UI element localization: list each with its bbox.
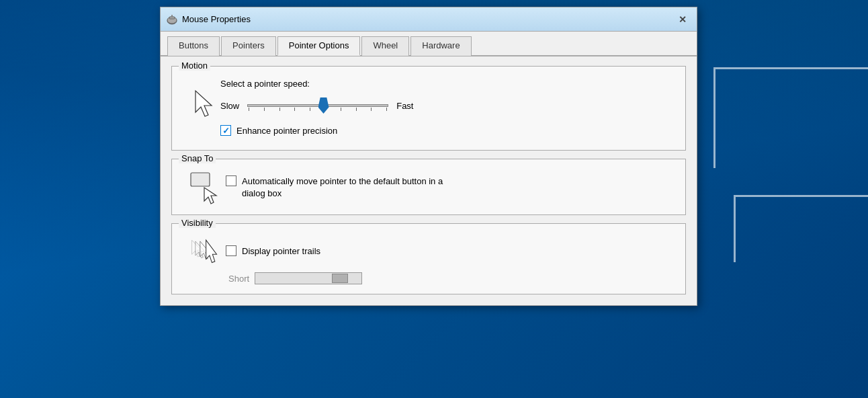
- title-bar: Mouse Properties ✕: [161, 7, 697, 32]
- tick: [386, 108, 387, 111]
- trails-length-slider[interactable]: Short: [228, 272, 675, 284]
- motion-group-label: Motion: [179, 61, 210, 71]
- tab-bar: Buttons Pointers Pointer Options Wheel H…: [161, 32, 697, 56]
- enhance-precision-row: Enhance pointer precision: [220, 125, 675, 136]
- tick: [294, 108, 295, 111]
- tick: [310, 108, 310, 111]
- tick: [264, 108, 265, 111]
- right-panel-decoration-2: [734, 195, 868, 262]
- tab-pointers[interactable]: Pointers: [221, 36, 276, 56]
- visibility-row: Display pointer trails: [189, 236, 675, 266]
- tick: [356, 108, 357, 111]
- trails-slider-track[interactable]: [255, 272, 362, 284]
- svg-marker-10: [206, 240, 217, 262]
- snap-row: Automatically move pointer to the defaul…: [189, 171, 675, 205]
- tab-pointer-options[interactable]: Pointer Options: [277, 36, 361, 56]
- tick: [249, 108, 249, 111]
- visibility-section: Display pointer trails Short: [183, 231, 675, 284]
- motion-group: Motion Select a pointer speed: Slow: [171, 66, 686, 151]
- tab-hardware[interactable]: Hardware: [410, 36, 471, 56]
- dialog-icon: [166, 13, 178, 26]
- right-panel-decoration: [713, 67, 868, 168]
- dialog-content: Motion Select a pointer speed: Slow: [161, 56, 697, 305]
- snap-to-group-label: Snap To: [179, 153, 216, 163]
- tab-buttons[interactable]: Buttons: [167, 36, 220, 56]
- close-button[interactable]: ✕: [674, 11, 691, 28]
- trail-cursor-icon-area: [189, 236, 219, 266]
- enhance-precision-label: Enhance pointer precision: [236, 126, 337, 136]
- speed-slider[interactable]: [247, 95, 388, 116]
- slider-track: [247, 104, 388, 107]
- tab-wheel[interactable]: Wheel: [361, 36, 409, 56]
- visibility-group-label: Visibility: [179, 218, 216, 228]
- fast-label: Fast: [396, 101, 413, 111]
- snap-to-checkbox[interactable]: [226, 175, 236, 186]
- snap-to-label: Automatically move pointer to the defaul…: [242, 175, 443, 200]
- tick: [341, 108, 341, 111]
- svg-marker-6: [204, 188, 216, 204]
- visibility-group: Visibility: [171, 223, 686, 294]
- tick: [371, 108, 372, 111]
- dialog-title: Mouse Properties: [182, 14, 674, 24]
- snap-icon-area: [189, 171, 219, 205]
- snap-checkbox-area: Automatically move pointer to the defaul…: [226, 171, 443, 200]
- enhance-precision-checkbox[interactable]: [220, 125, 231, 136]
- svg-rect-5: [191, 173, 210, 186]
- speed-row: Slow: [220, 95, 675, 116]
- display-trails-row: Display pointer trails: [226, 245, 320, 256]
- trails-slider-thumb[interactable]: [332, 274, 348, 283]
- display-trails-label: Display pointer trails: [242, 246, 320, 256]
- svg-marker-4: [196, 91, 212, 116]
- short-label: Short: [228, 274, 249, 284]
- slider-thumb[interactable]: [318, 97, 329, 114]
- slow-label: Slow: [220, 101, 239, 111]
- snap-section: Automatically move pointer to the defaul…: [183, 166, 675, 205]
- tick: [279, 108, 280, 111]
- speed-label: Select a pointer speed:: [220, 79, 675, 89]
- snap-to-group: Snap To Automatically move po: [171, 159, 686, 215]
- motion-pointer-icon-area: [189, 88, 216, 122]
- display-trails-checkbox[interactable]: [226, 245, 236, 256]
- motion-section: Select a pointer speed: Slow: [183, 73, 675, 141]
- svg-rect-3: [171, 15, 173, 17]
- dialog-window: Mouse Properties ✕ Buttons Pointers Poin…: [160, 7, 697, 306]
